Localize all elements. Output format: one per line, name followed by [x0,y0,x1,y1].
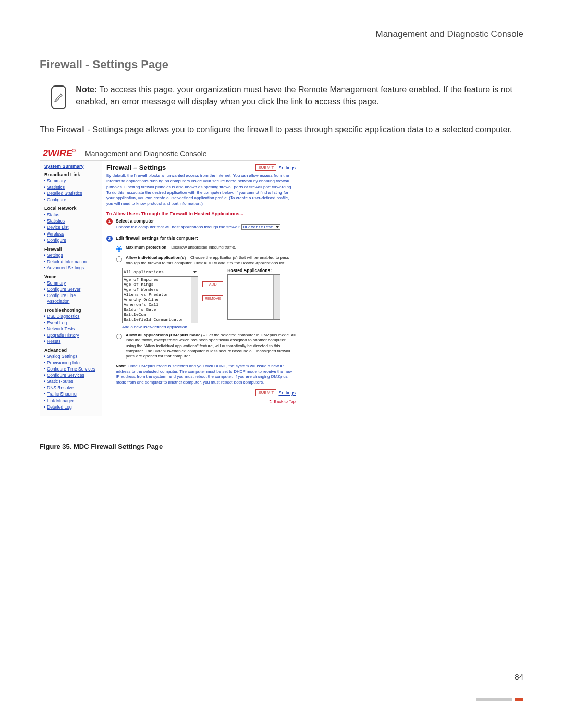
radio-dmz-label: Allow all applications (DMZplus mode) [126,332,202,337]
back-to-top-link[interactable]: Back to Top [106,399,296,404]
radio-max-tail: – Disallow unsolicited inbound traffic. [166,245,236,250]
sidebar-item[interactable]: Statistics [44,184,99,190]
remove-button[interactable]: REMOVE [202,295,223,301]
add-user-defined-link[interactable]: Add a new user-defined application [122,325,187,329]
dmz-note: Note: Once DMZplus mode is selected and … [116,364,296,386]
sidebar-item[interactable]: Static Routes [44,379,99,385]
sidebar-item[interactable]: Syslog Settings [44,354,99,360]
step-2: 2 Edit firewall settings for this comput… [106,236,296,242]
submit-button[interactable]: SUBMIT [255,164,276,171]
sidebar-item[interactable]: Resets [44,339,99,344]
content-title: Firewall – Settings [106,164,166,171]
list-item[interactable]: Battlefield Communicator [124,317,197,323]
footer-accent-bar [476,698,523,701]
sidebar-item[interactable]: Configure Time Services [44,366,99,372]
sidebar-item[interactable]: DNS Resolve [44,385,99,391]
available-apps-listbox[interactable]: Age of Empires Age of Kings Age of Wonde… [122,276,198,323]
step-badge-1-icon: 1 [106,218,113,225]
radio-max-input[interactable] [116,246,122,252]
intro-paragraph: The Firewall - Settings page allows you … [40,124,523,135]
list-item[interactable]: Anarchy Online [124,297,197,302]
sidebar-item[interactable]: Wireless [44,231,99,237]
sidebar-item[interactable]: Upgrade History [44,332,99,338]
step1-sub: Choose the computer that will host appli… [116,225,240,229]
list-item[interactable]: Asheron's Call [124,302,197,307]
radio-allow-label: Allow individual application(s) [126,255,186,260]
pencil-note-icon [51,85,66,109]
radio-max-label: Maximum protection [126,245,166,250]
dmz-note-label: Note: [116,364,126,368]
step2-label: Edit firewall settings for this computer… [116,236,198,241]
note-body: To access this page, your organization m… [76,85,512,106]
sidebar-item[interactable]: Summary [44,280,99,286]
sidebar-group-firewall: Firewall [44,246,99,252]
chevron-down-icon [193,271,197,273]
page-title: Firewall - Settings Page [40,58,523,75]
step1-label: Select a computer [116,218,154,224]
sidebar-item[interactable]: Configure Server [44,287,99,292]
sidebar-item[interactable]: Device List [44,225,99,230]
list-item[interactable]: Age of Empires [124,277,197,282]
chevron-down-icon [276,226,279,228]
sidebar: System Summary Broadband Link Summary St… [40,161,102,415]
radio-max-protection[interactable]: Maximum protection – Disallow unsolicite… [116,245,296,252]
dmz-note-body: Once DMZplus mode is selected and you cl… [116,364,292,385]
computer-select[interactable]: DLecatteTest [241,224,280,230]
list-item[interactable]: Age of Kings [124,282,197,287]
submit-button-bottom[interactable]: SUBMIT [255,389,276,396]
step-badge-2-icon: 2 [106,236,113,242]
sidebar-item[interactable]: Detailed Log [44,404,99,410]
radio-allow-input[interactable] [116,256,122,262]
sidebar-item[interactable]: Status [44,212,99,218]
sidebar-item[interactable]: Event Log [44,320,99,326]
list-item[interactable]: Baldur's Gate [124,307,197,312]
sidebar-item[interactable]: Provisioning Info [44,360,99,366]
note-text: Note: To access this page, your organiza… [76,83,523,107]
radio-dmzplus[interactable]: Allow all applications (DMZplus mode) – … [116,332,296,360]
radio-allow-individual[interactable]: Allow individual application(s) – Choose… [116,255,296,266]
hosted-apps-listbox[interactable] [227,274,280,320]
note-label: Note: [76,85,97,94]
console-title: Management and Diagnostic Console [80,150,206,158]
app-filter-select[interactable]: All applications [122,268,198,276]
list-item[interactable]: Aliens vs Predator [124,292,197,298]
sidebar-item[interactable]: Traffic Shaping [44,391,99,397]
sidebar-top-link[interactable]: System Summary [44,164,99,169]
sidebar-item[interactable]: Settings [44,253,99,258]
doc-header: Management and Diagnostic Console [40,29,523,43]
sidebar-item[interactable]: Configure Line Association [44,293,99,304]
page-number: 84 [515,672,523,681]
settings-link[interactable]: Settings [278,165,296,170]
hosted-apps-title: Hosted Applications: [227,268,280,273]
computer-select-value: DLecatteTest [243,225,273,229]
sidebar-item[interactable]: Detailed Information [44,259,99,265]
list-item[interactable]: Age of Wonders [124,287,197,292]
step-1: 1 Select a computer Choose the computer … [106,218,296,229]
sidebar-item[interactable]: Statistics [44,218,99,224]
content-panel: Firewall – Settings SUBMIT Settings By d… [102,161,300,415]
sidebar-group-broadband: Broadband Link [44,172,99,177]
console-screenshot: 2WIRE Management and Diagnostic Console … [40,145,300,416]
sidebar-item[interactable]: Configure Services [44,373,99,378]
settings-link-bottom[interactable]: Settings [278,390,296,396]
sidebar-item[interactable]: Link Manager [44,398,99,404]
list-item[interactable]: Black and White [124,322,197,323]
sidebar-item[interactable]: Configure [44,197,99,203]
sidebar-group-localnetwork: Local Network [44,206,99,211]
figure-caption: Figure 35. MDC Firewall Settings Page [40,442,523,450]
add-button[interactable]: ADD [202,281,223,287]
sidebar-item[interactable]: Network Tests [44,326,99,332]
radio-dmz-input[interactable] [116,334,122,339]
sidebar-item[interactable]: Summary [44,178,99,184]
section-header: To Allow Users Through the Firewall to H… [106,211,296,216]
sidebar-item[interactable]: Detailed Statistics [44,191,99,196]
brand-logo: 2WIRE [43,148,72,159]
sidebar-item[interactable]: Configure [44,238,99,243]
sidebar-group-advanced: Advanced [44,348,99,353]
sidebar-group-voice: Voice [44,274,99,279]
sidebar-item[interactable]: Advanced Settings [44,265,99,271]
list-item[interactable]: BattleCom [124,312,197,317]
app-filter-value: All applications [124,269,164,274]
divider [40,115,523,115]
sidebar-item[interactable]: DSL Diagnostics [44,314,99,319]
